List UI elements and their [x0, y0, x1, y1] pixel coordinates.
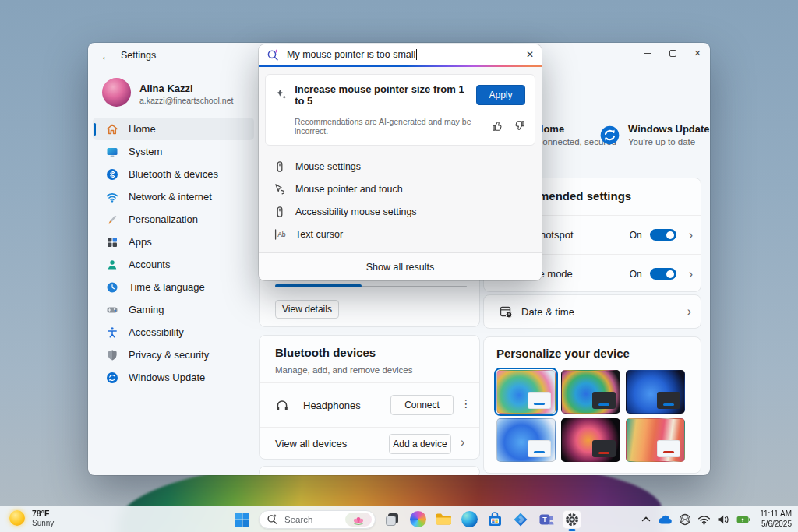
view-all-devices-row[interactable]: View all devices Add a device › — [260, 427, 479, 459]
result-mouse-settings[interactable]: Mouse settings — [265, 156, 535, 178]
task-view-icon — [384, 512, 400, 527]
brush-icon — [105, 213, 118, 226]
volume-icon[interactable] — [717, 514, 729, 525]
apply-button[interactable]: Apply — [476, 85, 525, 105]
folder-icon — [435, 512, 452, 527]
sidebar-item-label: Accessibility — [129, 326, 184, 338]
hotspot-toggle[interactable] — [650, 229, 676, 241]
bluetooth-card: Bluetooth devices Manage, add, and remov… — [259, 335, 480, 460]
minimize-button[interactable] — [635, 43, 660, 63]
theme-light-blue-bloom[interactable] — [496, 418, 556, 462]
windows-update-block[interactable]: Windows Update You're up to date — [599, 123, 710, 146]
sidebar-item-apps[interactable]: Apps — [93, 231, 254, 253]
result-accessibility-mouse[interactable]: Accessibility mouse settings — [265, 201, 535, 224]
copilot-button[interactable] — [408, 510, 427, 529]
update-status: You're up to date — [628, 137, 710, 146]
maximize-button[interactable] — [660, 43, 685, 63]
sidebar-item-privacy-security[interactable]: Privacy & security — [93, 344, 254, 366]
sidebar-item-network-internet[interactable]: Network & internet — [93, 185, 254, 208]
sidebar-item-personalization[interactable]: Personalization — [93, 208, 254, 231]
theme-dark-pink-flower[interactable] — [561, 418, 620, 462]
sidebar-item-label: Apps — [129, 236, 152, 248]
edge-button[interactable] — [460, 510, 478, 529]
theme-dark-rainbow-bloom[interactable] — [561, 370, 620, 414]
edge-icon — [461, 511, 478, 527]
show-all-results-button[interactable]: Show all results — [259, 252, 542, 280]
pointer-touch-icon — [274, 183, 286, 196]
bluetooth-subtitle: Manage, add, and remove devices — [275, 365, 412, 375]
avatar[interactable] — [102, 78, 131, 107]
sidebar-item-label: Privacy & security — [129, 349, 209, 361]
sidebar-item-accounts[interactable]: Accounts — [93, 253, 254, 276]
result-label: Mouse settings — [295, 161, 361, 172]
chevron-right-icon: › — [461, 436, 464, 449]
sidebar-item-accessibility[interactable]: Accessibility — [93, 321, 254, 344]
text-caret — [416, 49, 417, 60]
weather-widget[interactable]: 78°F Sunny — [9, 509, 54, 527]
thumbs-up-icon[interactable] — [492, 120, 503, 132]
teams-button[interactable]: T — [537, 510, 556, 529]
search-highlight-image — [345, 513, 372, 527]
sidebar-item-home[interactable]: Home — [93, 118, 254, 140]
search-placeholder: Search — [284, 515, 312, 524]
device-name: Headphones — [303, 400, 361, 411]
back-button[interactable]: ← — [96, 47, 116, 65]
sidebar-item-bluetooth-devices[interactable]: Bluetooth & devices — [93, 163, 254, 185]
windows-logo-icon — [235, 512, 250, 527]
theme-color-stripes[interactable] — [626, 418, 685, 462]
personalize-card: Personalize your device — [483, 336, 701, 474]
device-card: View details — [259, 274, 480, 327]
sidebar-item-system[interactable]: System — [93, 140, 254, 163]
thumbs-down-icon[interactable] — [514, 120, 525, 132]
sidebar-item-time-language[interactable]: Time & language — [93, 276, 254, 298]
view-details-button[interactable]: View details — [275, 300, 339, 319]
result-mouse-pointer-touch[interactable]: Mouse pointer and touch — [265, 178, 535, 201]
settings-taskbar-button[interactable] — [563, 510, 581, 529]
search-query-input[interactable]: My mouse pointer is too small — [287, 49, 415, 60]
search-bar[interactable]: My mouse pointer is too small ✕ — [259, 44, 542, 65]
result-text-cursor[interactable]: Ab Text cursor — [265, 224, 535, 246]
more-options-icon[interactable]: ⋮ — [461, 397, 471, 410]
update-icon — [105, 371, 118, 384]
recommendation-title: Increase mouse pointer size from 1 to 5 — [295, 83, 476, 107]
tray-clock[interactable]: 11:11 AM 5/6/2025 — [760, 509, 792, 529]
close-button[interactable]: ✕ — [685, 43, 710, 63]
taskbar: 78°F Sunny Search — [0, 506, 798, 532]
start-button[interactable] — [233, 510, 252, 529]
sidebar-item-gaming[interactable]: Gaming — [93, 298, 254, 321]
wifi-tray-icon[interactable] — [697, 514, 711, 525]
taskbar-search-box[interactable]: Search — [259, 510, 376, 529]
date-time-card[interactable]: Date & time › — [483, 294, 701, 329]
gear-icon — [564, 512, 580, 527]
onedrive-icon[interactable] — [658, 514, 673, 525]
theme-dark-blue-bloom[interactable] — [626, 370, 685, 414]
chevron-right-icon: › — [687, 305, 691, 318]
airplane-toggle[interactable] — [650, 268, 676, 280]
theme-gallery — [496, 370, 685, 462]
minimize-icon — [644, 53, 651, 54]
add-device-button[interactable]: Add a device — [389, 434, 451, 454]
weather-condition: Sunny — [32, 519, 54, 527]
update-title: Windows Update — [628, 123, 710, 135]
m365-copilot-button[interactable] — [511, 510, 530, 529]
task-view-button[interactable] — [383, 510, 401, 529]
close-icon: ✕ — [694, 49, 701, 58]
theme-light-rainbow-bloom[interactable] — [496, 370, 556, 414]
sidebar-item-windows-update[interactable]: Windows Update — [93, 366, 254, 389]
desktop: ← Settings ✕ Alina Kazzi a.kazzi@fineart… — [0, 0, 798, 532]
file-explorer-button[interactable] — [434, 510, 453, 529]
teams-icon: T — [538, 512, 554, 527]
svg-text:T: T — [542, 516, 547, 523]
bluetooth-title: Bluetooth devices — [275, 346, 376, 359]
sidebar-item-label: Personalization — [129, 213, 198, 225]
battery-charging-icon[interactable] — [736, 514, 751, 525]
clock-time: 11:11 AM — [760, 509, 792, 520]
clear-search-icon[interactable]: ✕ — [526, 49, 534, 60]
sidebar-item-label: System — [129, 146, 162, 157]
sidebar-item-label: Network & internet — [129, 191, 212, 203]
tray-chevron-up-icon[interactable] — [641, 514, 651, 524]
studio-effects-icon[interactable] — [679, 513, 691, 526]
sidebar-item-label: Gaming — [129, 304, 164, 315]
microsoft-store-button[interactable] — [486, 510, 504, 529]
connect-button[interactable]: Connect — [390, 395, 454, 415]
